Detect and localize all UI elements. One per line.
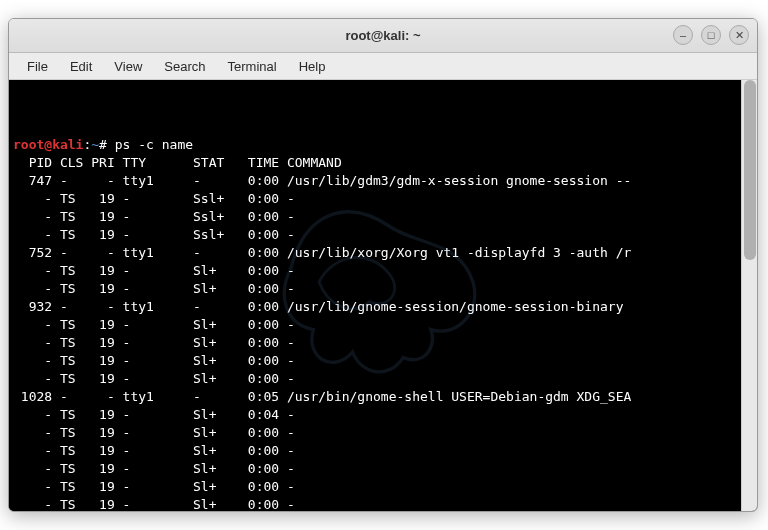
terminal-area: root@kali:~# ps -c name PID CLS PRI TTY … — [9, 80, 757, 511]
menu-file[interactable]: File — [17, 56, 58, 77]
titlebar: root@kali: ~ – □ ✕ — [9, 19, 757, 53]
ps-row: - TS 19 - Sl+ 0:00 - — [13, 424, 737, 442]
prompt-hash: # — [99, 137, 115, 152]
ps-row: - TS 19 - Sl+ 0:00 - — [13, 496, 737, 511]
menu-search[interactable]: Search — [154, 56, 215, 77]
menu-view[interactable]: View — [104, 56, 152, 77]
ps-row: 752 - - tty1 - 0:00 /usr/lib/xorg/Xorg v… — [13, 244, 737, 262]
ps-row: 747 - - tty1 - 0:00 /usr/lib/gdm3/gdm-x-… — [13, 172, 737, 190]
terminal[interactable]: root@kali:~# ps -c name PID CLS PRI TTY … — [9, 80, 741, 511]
ps-row: - TS 19 - Sl+ 0:00 - — [13, 442, 737, 460]
close-button[interactable]: ✕ — [729, 25, 749, 45]
ps-row: - TS 19 - Sl+ 0:00 - — [13, 262, 737, 280]
ps-row: - TS 19 - Ssl+ 0:00 - — [13, 208, 737, 226]
scroll-thumb[interactable] — [744, 80, 756, 260]
ps-row: - TS 19 - Sl+ 0:00 - — [13, 280, 737, 298]
prompt-host: @kali — [44, 137, 83, 152]
ps-row: - TS 19 - Ssl+ 0:00 - — [13, 190, 737, 208]
window-title: root@kali: ~ — [345, 28, 420, 43]
prompt-command: ps -c name — [115, 137, 193, 152]
ps-row: - TS 19 - Sl+ 0:00 - — [13, 352, 737, 370]
terminal-output: root@kali:~# ps -c name PID CLS PRI TTY … — [13, 136, 737, 511]
maximize-button[interactable]: □ — [701, 25, 721, 45]
terminal-window: root@kali: ~ – □ ✕ File Edit View Search… — [8, 18, 758, 512]
ps-row: - TS 19 - Sl+ 0:00 - — [13, 460, 737, 478]
menu-terminal[interactable]: Terminal — [218, 56, 287, 77]
ps-row: 1028 - - tty1 - 0:05 /usr/bin/gnome-shel… — [13, 388, 737, 406]
window-controls: – □ ✕ — [673, 25, 749, 45]
ps-row: - TS 19 - Sl+ 0:00 - — [13, 334, 737, 352]
ps-row: - TS 19 - Ssl+ 0:00 - — [13, 226, 737, 244]
ps-row: - TS 19 - Sl+ 0:00 - — [13, 478, 737, 496]
ps-row: - TS 19 - Sl+ 0:04 - — [13, 406, 737, 424]
scrollbar[interactable] — [741, 80, 757, 511]
ps-row: - TS 19 - Sl+ 0:00 - — [13, 316, 737, 334]
ps-row: - TS 19 - Sl+ 0:00 - — [13, 370, 737, 388]
ps-header: PID CLS PRI TTY STAT TIME COMMAND — [13, 154, 737, 172]
minimize-button[interactable]: – — [673, 25, 693, 45]
prompt-path: ~ — [91, 137, 99, 152]
ps-row: 932 - - tty1 - 0:00 /usr/lib/gnome-sessi… — [13, 298, 737, 316]
menubar: File Edit View Search Terminal Help — [9, 53, 757, 80]
prompt-user: root — [13, 137, 44, 152]
menu-edit[interactable]: Edit — [60, 56, 102, 77]
menu-help[interactable]: Help — [289, 56, 336, 77]
